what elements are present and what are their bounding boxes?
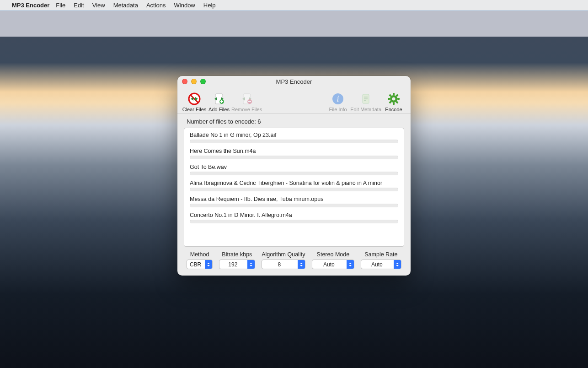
window-title: MP3 Encoder xyxy=(276,78,312,85)
list-item[interactable]: Messa da Requiem - IIb. Dies irae, Tuba … xyxy=(187,194,401,210)
chevron-updown-icon xyxy=(205,260,212,269)
bitrate-label: Bitrate kbps xyxy=(222,251,252,258)
progress-bar xyxy=(190,220,398,223)
add-files-button[interactable]: Add Files xyxy=(207,87,231,112)
chevron-updown-icon xyxy=(347,260,354,269)
zoom-icon[interactable] xyxy=(200,79,206,84)
stereo-select[interactable]: Auto xyxy=(312,260,354,269)
menu-edit[interactable]: Edit xyxy=(74,2,84,9)
gear-run-icon xyxy=(387,92,401,106)
no-entry-icon xyxy=(187,92,201,106)
quality-control: Algorithm Quality 8 xyxy=(262,251,305,269)
tb-label: Edit Metadata xyxy=(350,107,381,112)
svg-rect-10 xyxy=(393,93,395,95)
chevron-updown-icon xyxy=(298,260,305,269)
file-add-icon xyxy=(212,92,226,106)
traffic-lights xyxy=(182,79,206,84)
list-item[interactable]: Got To Be.wav xyxy=(187,162,401,178)
menu-metadata[interactable]: Metadata xyxy=(113,2,138,9)
select-value: Auto xyxy=(371,261,383,268)
menu-file[interactable]: File xyxy=(56,2,65,9)
clear-files-button[interactable]: Clear Files xyxy=(182,87,207,112)
samplerate-select[interactable]: Auto xyxy=(361,260,401,269)
window-body: Number of files to encode: 6 Ballade No … xyxy=(177,114,411,276)
tb-label: Clear Files xyxy=(182,107,207,112)
stereo-label: Stereo Mode xyxy=(317,251,350,258)
progress-bar xyxy=(190,140,398,143)
titlebar[interactable]: MP3 Encoder xyxy=(177,76,411,86)
quality-label: Algorithm Quality xyxy=(262,251,305,258)
svg-rect-13 xyxy=(397,98,400,100)
list-item[interactable]: Here Comes the Sun.m4a xyxy=(187,146,401,162)
list-item[interactable]: Alina Ibragimova & Cedric Tiberghien - S… xyxy=(187,178,401,194)
svg-rect-12 xyxy=(388,98,390,100)
remove-files-button: Remove Files xyxy=(231,87,262,112)
menu-view[interactable]: View xyxy=(92,2,105,9)
progress-bar xyxy=(190,156,398,159)
file-count-label: Number of files to encode: 6 xyxy=(187,118,404,125)
svg-rect-11 xyxy=(393,103,395,105)
file-name: Here Comes the Sun.m4a xyxy=(190,148,398,154)
samplerate-control: Sample Rate Auto xyxy=(361,251,401,269)
file-name: Got To Be.wav xyxy=(190,164,398,170)
file-name: Concerto No.1 in D Minor. I. Allegro.m4a xyxy=(190,212,398,218)
progress-bar xyxy=(190,204,398,207)
list-item[interactable]: Concerto No.1 in D Minor. I. Allegro.m4a xyxy=(187,210,401,226)
svg-point-18 xyxy=(392,97,396,100)
menu-actions[interactable]: Actions xyxy=(146,2,166,9)
method-select[interactable]: CBR xyxy=(187,260,213,269)
minimize-icon[interactable] xyxy=(191,79,197,84)
file-info-button: i File Info xyxy=(326,87,350,112)
app-window: MP3 Encoder Clear Files Add Files Remove… xyxy=(177,76,411,276)
menubar-app-name[interactable]: MP3 Encoder xyxy=(12,2,49,9)
tb-label: Add Files xyxy=(208,107,230,112)
select-value: CBR xyxy=(190,261,201,268)
tb-label: File Info xyxy=(329,107,347,112)
select-value: 8 xyxy=(278,261,281,268)
menu-window[interactable]: Window xyxy=(174,2,195,9)
samplerate-label: Sample Rate xyxy=(364,251,397,258)
encode-button[interactable]: Encode xyxy=(381,87,406,112)
progress-bar xyxy=(190,188,398,191)
list-item[interactable]: Ballade No 1 in G minor, Op 23.aif xyxy=(187,130,401,146)
file-name: Alina Ibragimova & Cedric Tiberghien - S… xyxy=(190,180,398,186)
toolbar: Clear Files Add Files Remove Files i Fil… xyxy=(177,86,411,114)
chevron-updown-icon xyxy=(394,260,401,269)
svg-text:i: i xyxy=(337,94,339,103)
progress-bar xyxy=(190,172,398,175)
select-value: 192 xyxy=(228,261,237,268)
chevron-updown-icon xyxy=(247,260,255,269)
close-icon[interactable] xyxy=(182,79,187,84)
tb-label: Remove Files xyxy=(231,107,262,112)
quality-select[interactable]: 8 xyxy=(262,260,305,269)
method-label: Method xyxy=(190,251,209,258)
tb-label: Encode xyxy=(385,107,402,112)
encode-options: Method CBR Bitrate kbps 192 Algorithm Qu… xyxy=(184,247,404,269)
file-remove-icon xyxy=(240,92,254,106)
menubar: MP3 Encoder File Edit View Metadata Acti… xyxy=(0,0,588,10)
file-list[interactable]: Ballade No 1 in G minor, Op 23.aif Here … xyxy=(184,128,404,247)
bitrate-select[interactable]: 192 xyxy=(219,260,255,269)
edit-metadata-icon xyxy=(359,92,373,106)
file-name: Ballade No 1 in G minor, Op 23.aif xyxy=(190,132,398,138)
select-value: Auto xyxy=(323,261,335,268)
file-name: Messa da Requiem - IIb. Dies irae, Tuba … xyxy=(190,196,398,202)
stereo-control: Stereo Mode Auto xyxy=(312,251,354,269)
edit-metadata-button: Edit Metadata xyxy=(350,87,381,112)
bitrate-control: Bitrate kbps 192 xyxy=(219,251,255,269)
method-control: Method CBR xyxy=(187,251,213,269)
info-icon: i xyxy=(331,92,345,106)
menu-help[interactable]: Help xyxy=(203,2,216,9)
